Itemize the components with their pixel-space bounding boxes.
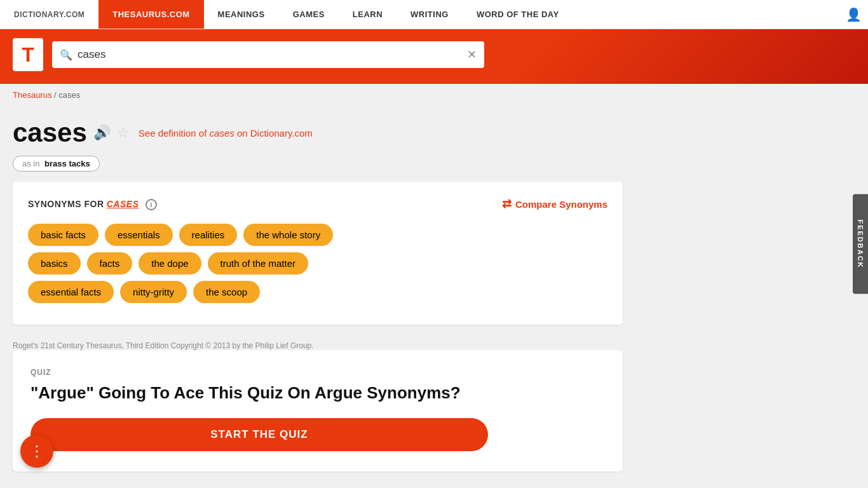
- feedback-sidebar[interactable]: FEEDBACK: [853, 194, 868, 294]
- breadcrumb: Thesaurus / cases: [0, 84, 868, 106]
- site-logo[interactable]: T: [13, 38, 43, 71]
- pill-facts[interactable]: facts: [87, 252, 133, 274]
- dictionary-definition-link[interactable]: See definition of cases on Dictionary.co…: [139, 128, 313, 139]
- header-banner: T 🔍 ✕: [0, 29, 868, 84]
- nav-meanings[interactable]: MEANINGS: [204, 0, 279, 29]
- pill-the-scoop[interactable]: the scoop: [193, 281, 260, 303]
- floating-menu-button[interactable]: ⋮: [20, 435, 53, 468]
- quiz-title: "Argue" Going To Ace This Quiz On Argue …: [31, 383, 605, 403]
- synonyms-header: SYNONYMS FOR cases i ⇄ Compare Synonyms: [28, 197, 607, 211]
- nav-word-of-day[interactable]: WORD OF THE DAY: [463, 0, 573, 29]
- nav-games[interactable]: GAMES: [279, 0, 339, 29]
- synonyms-word-ref: cases: [107, 199, 139, 209]
- pill-truth-of-the-matter[interactable]: truth of the matter: [208, 252, 308, 274]
- filter-word: brass tacks: [44, 159, 90, 168]
- pill-basics[interactable]: basics: [28, 252, 81, 274]
- as-in-label: as in: [22, 159, 39, 168]
- compare-icon: ⇄: [502, 197, 512, 211]
- breadcrumb-current: cases: [58, 90, 80, 100]
- compare-synonyms-link[interactable]: ⇄ Compare Synonyms: [502, 197, 607, 211]
- synonyms-for-label: SYNONYMS FOR: [28, 199, 104, 209]
- info-icon[interactable]: i: [146, 199, 157, 210]
- synonyms-card: SYNONYMS FOR cases i ⇄ Compare Synonyms …: [13, 182, 623, 325]
- favorite-icon[interactable]: ☆: [117, 125, 130, 141]
- start-quiz-button[interactable]: START THE QUIZ: [31, 418, 488, 451]
- nav-writing[interactable]: WRITING: [397, 0, 463, 29]
- synonyms-row-3: essential facts nitty-gritty the scoop: [28, 281, 607, 303]
- pill-essentials[interactable]: essentials: [105, 224, 173, 246]
- synonyms-row-1: basic facts essentials realities the who…: [28, 224, 607, 246]
- word-title-row: cases 🔊 ☆ See definition of cases on Dic…: [13, 106, 623, 156]
- attribution-text: Roget's 21st Century Thesaurus, Third Ed…: [13, 335, 623, 350]
- quiz-card: QUIZ "Argue" Going To Ace This Quiz On A…: [13, 350, 623, 471]
- pill-the-dope[interactable]: the dope: [139, 252, 201, 274]
- synonyms-title-group: SYNONYMS FOR cases i: [28, 198, 157, 210]
- nav-dictionary[interactable]: DICTIONARY.COM: [0, 0, 98, 29]
- audio-icon[interactable]: 🔊: [93, 125, 111, 141]
- user-account-icon[interactable]: 👤: [839, 0, 868, 29]
- pill-basic-facts[interactable]: basic facts: [28, 224, 98, 246]
- compare-synonyms-label: Compare Synonyms: [515, 199, 607, 210]
- quiz-label: QUIZ: [31, 368, 605, 377]
- search-input[interactable]: [78, 48, 462, 61]
- pill-the-whole-story[interactable]: the whole story: [243, 224, 333, 246]
- main-content: cases 🔊 ☆ See definition of cases on Dic…: [0, 106, 635, 488]
- search-icon: 🔍: [60, 49, 72, 61]
- pill-essential-facts[interactable]: essential facts: [28, 281, 114, 303]
- top-navigation: DICTIONARY.COM THESAURUS.COM MEANINGS GA…: [0, 0, 868, 29]
- nav-thesaurus[interactable]: THESAURUS.COM: [98, 0, 203, 29]
- pill-nitty-gritty[interactable]: nitty-gritty: [120, 281, 187, 303]
- pill-realities[interactable]: realities: [179, 224, 238, 246]
- filter-row: as in brass tacks: [13, 156, 623, 172]
- filter-tag[interactable]: as in brass tacks: [13, 156, 100, 172]
- search-clear-icon[interactable]: ✕: [467, 49, 477, 60]
- synonyms-row-2: basics facts the dope truth of the matte…: [28, 252, 607, 274]
- nav-learn[interactable]: LEARN: [339, 0, 397, 29]
- definition-link-word: cases: [210, 128, 234, 139]
- breadcrumb-thesaurus-link[interactable]: Thesaurus: [13, 90, 51, 100]
- word-title: cases: [13, 118, 87, 148]
- search-bar: 🔍 ✕: [52, 41, 484, 68]
